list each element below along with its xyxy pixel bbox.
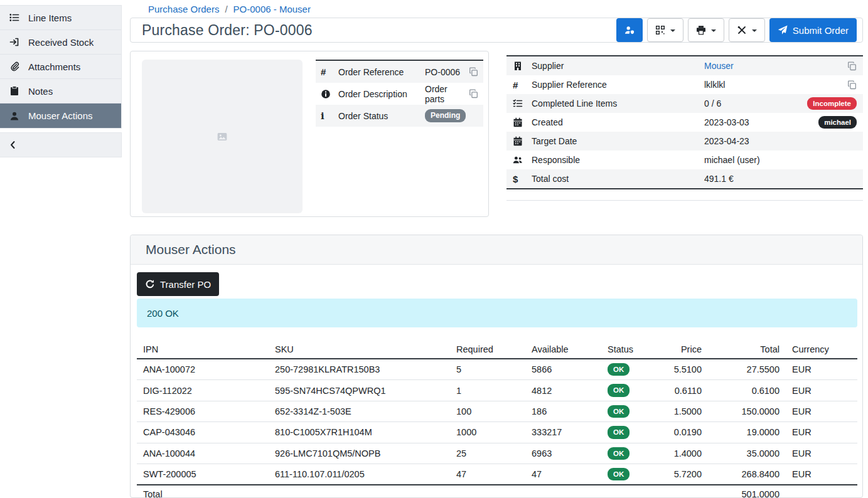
- cell-currency: EUR: [786, 464, 857, 485]
- order-details-panel: # Order Reference PO-0006 Order Descript…: [130, 51, 489, 217]
- sidebar-item-notes[interactable]: Notes: [0, 79, 121, 103]
- col-header-required: Required: [450, 340, 525, 359]
- detail-row-target-date: Target Date 2023-04-23: [506, 132, 863, 151]
- image-icon: [217, 132, 227, 142]
- chevron-down-icon: [670, 29, 675, 34]
- mouser-actions-panel: Mouser Actions Transfer PO 200 OK: [130, 235, 863, 498]
- cell-required: 1: [450, 380, 525, 401]
- hash-icon: #: [513, 80, 532, 90]
- detail-label: Responsible: [532, 155, 704, 165]
- cell-sku: 652-3314Z-1-503E: [269, 401, 450, 421]
- cell-price: 0.6110: [664, 380, 708, 401]
- order-details-row: # Order Reference PO-0006 Order Descript…: [130, 51, 863, 217]
- detail-label: Supplier: [532, 61, 704, 71]
- cell-available: 186: [525, 401, 601, 421]
- detail-row-supplier-reference: # Supplier Reference lklklkl: [506, 75, 863, 94]
- transfer-po-button[interactable]: Transfer PO: [137, 272, 219, 296]
- list-check-icon: [513, 98, 532, 109]
- note-icon: [9, 86, 19, 96]
- cell-available: 333217: [525, 422, 601, 443]
- detail-label: Target Date: [532, 136, 704, 146]
- hash-icon: #: [321, 66, 338, 77]
- order-details-table: # Order Reference PO-0006 Order Descript…: [316, 60, 483, 127]
- submit-order-label: Submit Order: [793, 25, 849, 36]
- refresh-icon: [145, 279, 155, 289]
- cell-status: OK: [601, 380, 664, 401]
- info-circle-icon: [321, 89, 338, 99]
- print-actions-button[interactable]: [688, 18, 724, 42]
- table-row: SWT-200005 611-110.107.011/0205 47 47 OK…: [137, 464, 857, 485]
- detail-value: 2023-04-23: [704, 136, 749, 146]
- sidebar-item-label: Received Stock: [28, 37, 94, 48]
- user-icon: [9, 111, 19, 121]
- status-alert: 200 OK: [137, 299, 857, 327]
- sidebar-item-mouser-actions[interactable]: Mouser Actions: [0, 103, 121, 128]
- cell-sku: 810-C1005X7R1H104M: [269, 422, 450, 443]
- copy-icon[interactable]: [847, 80, 857, 90]
- order-actions-button[interactable]: [729, 18, 765, 42]
- sidebar-item-label: Line Items: [28, 13, 72, 23]
- transfer-po-label: Transfer PO: [160, 279, 211, 290]
- col-header-status: Status: [601, 340, 664, 359]
- users-icon: [513, 155, 532, 165]
- detail-label: Total cost: [532, 174, 704, 184]
- breadcrumb-link-current-order[interactable]: PO-0006 - Mouser: [233, 4, 311, 14]
- breadcrumb-link-purchase-orders[interactable]: Purchase Orders: [148, 4, 219, 14]
- detail-row-total-cost: $ Total cost 491.1 €: [506, 169, 863, 188]
- detail-label: Supplier Reference: [532, 80, 704, 90]
- col-header-ipn: IPN: [137, 340, 269, 359]
- cell-total: 35.0000: [708, 443, 786, 464]
- copy-icon[interactable]: [469, 67, 478, 77]
- main-content: Purchase Orders / PO-0006 - Mouser Purch…: [122, 0, 868, 498]
- detail-value: 2023-03-03: [704, 117, 749, 127]
- sidebar-item-attachments[interactable]: Attachments: [0, 55, 121, 79]
- cell-available: 4812: [525, 380, 601, 401]
- sidebar-item-line-items[interactable]: Line Items: [0, 6, 121, 30]
- qrcode-icon: [655, 25, 665, 35]
- part-image-placeholder: [142, 60, 303, 213]
- user-shield-button[interactable]: [616, 18, 643, 42]
- cell-total: 0.6100: [708, 380, 786, 401]
- cell-sku: 611-110.107.011/0205: [269, 464, 450, 485]
- barcode-actions-button[interactable]: [647, 18, 683, 42]
- supplier-details-table: Supplier Mouser # Supplier Reference lkl…: [506, 55, 863, 201]
- header-actions: Submit Order: [616, 18, 857, 42]
- cell-price: 0.0190: [664, 422, 708, 443]
- page-header-panel: Purchase Order: PO-0006: [130, 18, 863, 43]
- status-alert-text: 200 OK: [147, 308, 179, 319]
- supplier-link[interactable]: Mouser: [704, 61, 734, 71]
- paper-plane-icon: [778, 25, 788, 35]
- cell-required: 1000: [450, 422, 525, 443]
- cell-status: OK: [601, 401, 664, 421]
- col-header-total: Total: [708, 340, 786, 359]
- footer-total-label: Total: [137, 485, 269, 498]
- incomplete-badge: Incomplete: [807, 97, 857, 110]
- col-header-price: Price: [664, 340, 708, 359]
- sidebar-item-label: Notes: [28, 86, 53, 97]
- cell-required: 47: [450, 464, 525, 485]
- detail-value: 0 / 6: [704, 98, 721, 109]
- cell-currency: EUR: [786, 443, 857, 464]
- ok-badge: OK: [608, 384, 630, 396]
- copy-icon[interactable]: [847, 61, 857, 71]
- cell-required: 25: [450, 443, 525, 464]
- copy-icon[interactable]: [469, 89, 478, 98]
- cell-ipn: DIG-112022: [137, 380, 269, 401]
- table-header-row: IPN SKU Required Available Status Price …: [137, 340, 857, 359]
- cell-sku: 250-72981KLRATR150B3: [269, 359, 450, 380]
- detail-row-order-description: Order Description Order parts: [316, 83, 483, 105]
- sidebar-item-received-stock[interactable]: Received Stock: [0, 30, 121, 55]
- sidebar-collapse-button[interactable]: [0, 132, 122, 157]
- detail-row-completed-line-items: Completed Line Items 0 / 6 Incomplete: [506, 94, 863, 113]
- cell-status: OK: [601, 422, 664, 443]
- cell-required: 100: [450, 401, 525, 421]
- submit-order-button[interactable]: Submit Order: [769, 18, 857, 42]
- sidebar-item-label: Attachments: [28, 61, 80, 72]
- detail-value: 491.1 €: [704, 174, 734, 184]
- cell-ipn: CAP-043046: [137, 422, 269, 443]
- cell-ipn: SWT-200005: [137, 464, 269, 485]
- cell-currency: EUR: [786, 380, 857, 401]
- cell-sku: 595-SN74HCS74QPWRQ1: [269, 380, 450, 401]
- mouser-actions-header: Mouser Actions: [131, 235, 862, 265]
- cell-price: 5.5100: [664, 359, 708, 380]
